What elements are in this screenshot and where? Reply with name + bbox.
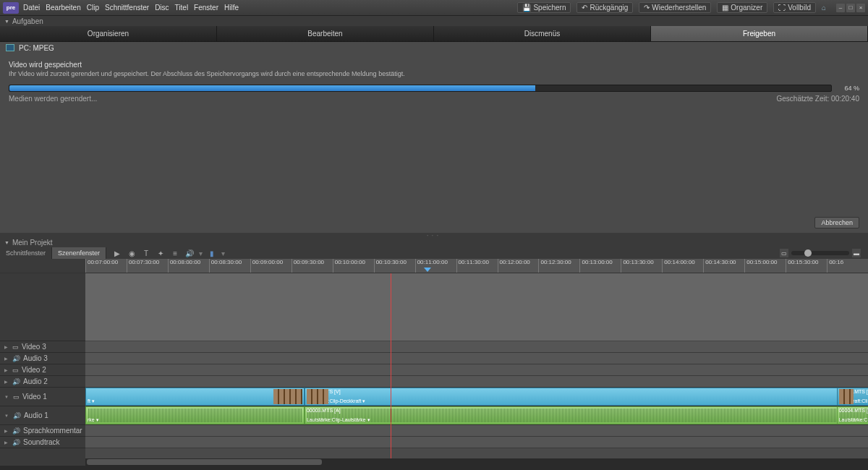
timeline-tools: ▶ ◉ T ✦ ≡ 🔊 ▾ ▮ ▾ [112,248,225,258]
home-icon[interactable]: ⌂ [822,4,826,12]
zoom-out-button[interactable]: ▭ [780,249,788,257]
zoom-thumb[interactable] [804,249,812,257]
empty-track-area [85,273,868,341]
track-audio3[interactable] [85,353,868,364]
menu-bearbeiten[interactable]: Bearbeiten [46,4,80,12]
menu-fenster[interactable]: Fenster [194,4,218,12]
video-clip[interactable]: ft ▾ [85,388,305,406]
track-video3[interactable] [85,341,868,353]
track-soundtrack[interactable] [85,437,868,448]
clip-name: 00004.MTS [A] [839,408,868,413]
track-audio2[interactable] [85,376,868,388]
film-icon: ▭ [12,367,19,374]
film-icon: ▭ [13,393,20,401]
text-tool-icon[interactable]: T [141,248,151,258]
timeline-tabs: Schnittfenster Szenenfenster ▶ ◉ T ✦ ≡ 🔊… [0,247,868,259]
tab-organisieren[interactable]: Organisieren [0,26,217,41]
chevron-right-icon: ▶ [4,428,8,433]
playhead-marker[interactable] [424,268,431,273]
tasks-panel-header[interactable]: ▼Aufgaben [0,16,868,26]
tab-freigeben[interactable]: Freigeben [651,26,868,41]
selection-tool-icon[interactable]: ▶ [112,248,122,258]
cancel-button[interactable]: Abbrechen [814,217,859,228]
zoom-in-button[interactable]: ▬ [852,249,861,257]
track-header-video1[interactable]: ▼▭Video 1 [0,388,85,406]
save-button[interactable]: 💾Speichern [517,2,571,13]
track-label: Audio 1 [24,411,48,419]
audio-clip[interactable]: 00003.MTS [A] Lautstärke:Clip-Lautstärke… [305,406,868,424]
maximize-button[interactable]: □ [846,4,855,12]
track-sprachkommentar[interactable] [85,425,868,437]
menu-titel[interactable]: Titel [175,4,189,12]
clip-strip [305,388,867,405]
tick: 00:10:30:00 [374,259,415,273]
list-tool-icon[interactable]: ≡ [170,248,180,258]
horizontal-scrollbar[interactable] [85,458,868,466]
fullscreen-button[interactable]: ⛶Vollbild [773,2,816,13]
audio-clip[interactable]: rke ▾ [85,406,305,424]
scroll-thumb[interactable] [87,459,322,465]
tab-bearbeiten[interactable]: Bearbeiten [217,26,434,41]
progress-percent: 64 % [838,85,859,92]
close-button[interactable]: × [856,4,865,12]
menu-disc[interactable]: Disc [155,4,169,12]
track-header-audio3[interactable]: ▶🔊Audio 3 [0,353,85,364]
project-label: Mein Projekt [12,239,53,247]
disc-tool-icon[interactable]: ◉ [127,248,137,258]
triangle-down-icon: ▼ [4,240,9,245]
clip-effect-label: Lautstärke:Clip-Lautstärke ▾ [839,417,868,423]
tick: 00:14:00:00 [662,259,703,273]
ruler-ticks[interactable]: 00:07:00:00 00:07:30:00 00:08:00:00 00:0… [85,259,868,273]
track-header-audio2[interactable]: ▶🔊Audio 2 [0,376,85,388]
audio-clip-overlay[interactable]: 00004.MTS [A] Lautstärke:Clip-Lautstärke… [837,406,868,424]
tab-szenenfenster[interactable]: Szenenfenster [52,247,106,259]
track-header-sprachkommentar[interactable]: ▶🔊Sprachkommentar [0,425,85,437]
track-audio1[interactable]: rke ▾ 00003.MTS [A] Lautstärke:Clip-Laut… [85,406,868,425]
menu-clip[interactable]: Clip [87,4,99,12]
tab-schnittfenster[interactable]: Schnittfenster [0,247,52,259]
redo-icon: ↷ [644,4,650,12]
save-label: Speichern [533,4,566,12]
track-header-audio1[interactable]: ▼🔊Audio 1 [0,406,85,425]
undo-label: Rückgängig [590,4,628,12]
playhead-line[interactable] [391,273,391,458]
tick: 00:09:30:00 [292,259,333,273]
main-tabs: Organisieren Bearbeiten Discmenüs Freige… [0,26,868,42]
track-content[interactable]: ft ▾ 00003.MTS [V] Deckkraft:Clip-Deckkr… [85,273,868,458]
film-icon: ▭ [12,343,19,351]
tick: 00:12:00:00 [498,259,539,273]
save-icon: 💾 [522,4,531,12]
track-header-soundtrack[interactable]: ▶🔊Soundtrack [0,437,85,448]
minimize-button[interactable]: – [836,4,845,12]
chevron-down-icon: ▼ [4,395,9,399]
video-clip[interactable]: 00003.MTS [V] Deckkraft:Clip-Deckkraft ▾ [305,388,868,406]
track-label: Sprachkommentar [23,427,82,435]
timeline-ruler[interactable]: 00:07:00:00 00:07:30:00 00:08:00:00 00:0… [0,259,868,273]
tick: 00:13:00:00 [579,259,621,273]
redo-button[interactable]: ↷Wiederherstellen [639,2,711,13]
menu-datei[interactable]: Datei [23,4,40,12]
tick: 00:07:30:00 [127,259,168,273]
track-label: Audio 3 [23,354,48,362]
organizer-button[interactable]: ▦Organizer [717,2,767,13]
undo-button[interactable]: ↶Rückgängig [576,2,633,13]
export-title-bar: PC: MPEG [0,42,868,54]
menu-hilfe[interactable]: Hilfe [224,4,239,12]
tick: 00:13:30:00 [621,259,662,273]
clip-effect-label: Lautstärke:Clip-Lautstärke ▾ [307,417,370,423]
menu-schnittfenster[interactable]: Schnittfenster [105,4,149,12]
track-video1[interactable]: ft ▾ 00003.MTS [V] Deckkraft:Clip-Deckkr… [85,388,868,406]
tab-discmenus[interactable]: Discmenüs [434,26,651,41]
track-header-video3[interactable]: ▶▭Video 3 [0,341,85,353]
marker-tool-icon[interactable]: ✦ [156,248,166,258]
zoom-slider[interactable] [791,251,849,255]
tick: 00:11:00:00 [415,259,456,273]
clip-effect-label: rke ▾ [88,417,99,423]
track-video2[interactable] [85,364,868,376]
speaker-icon[interactable]: 🔊 [184,248,195,258]
tick: 00:14:30:00 [703,259,744,273]
bookmark-tool-icon[interactable]: ▮ [207,248,217,258]
export-title: PC: MPEG [19,44,54,52]
video-clip-overlay[interactable]: 00004.MTS [V] Deckkraft:Clip-Deckkraft ▾ [837,388,868,406]
track-header-video2[interactable]: ▶▭Video 2 [0,364,85,376]
